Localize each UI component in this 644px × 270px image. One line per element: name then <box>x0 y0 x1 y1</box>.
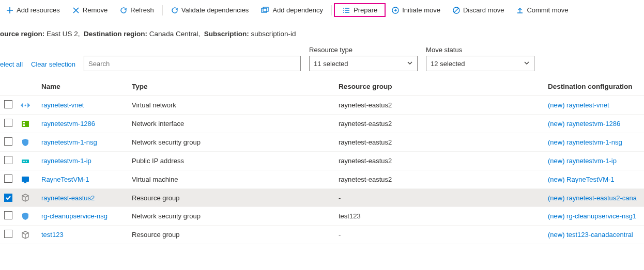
resource-type: Network security group <box>128 207 334 226</box>
refresh-icon <box>120 7 127 14</box>
col-name[interactable]: Name <box>37 77 128 96</box>
table-row[interactable]: raynetest-eastus2Resource group-(new) ra… <box>0 189 644 207</box>
resource-type-value: 11 selected <box>314 60 348 68</box>
resource-name-link[interactable]: raynetestvm-1-ip <box>41 157 91 165</box>
refresh-button[interactable]: Refresh <box>114 3 160 17</box>
svg-rect-0 <box>262 8 267 12</box>
svg-rect-12 <box>22 177 29 182</box>
subscription-label: Subscription: <box>204 30 249 38</box>
resource-name-link[interactable]: test123 <box>41 231 64 239</box>
resource-type: Virtual machine <box>128 170 334 189</box>
chevron-down-icon <box>407 60 413 68</box>
table-row[interactable]: rg-cleanupservice-nsgNetwork security gr… <box>0 207 644 226</box>
destination-config-link[interactable]: (new) rg-cleanupservice-nsg1 <box>548 212 636 220</box>
table-row[interactable]: raynetestvm-1-ipPublic IP addressraynete… <box>0 152 644 170</box>
discard-label: Discard move <box>463 6 504 14</box>
row-checkbox[interactable] <box>4 137 12 146</box>
subscription-value: subscription-id <box>251 30 296 38</box>
source-region-value: East US 2, <box>47 30 80 38</box>
svg-rect-5 <box>22 121 29 127</box>
ip-icon <box>21 156 30 166</box>
resource-group: raynetest-eastus2 <box>334 133 544 152</box>
col-resource-group[interactable]: Resource group <box>334 77 544 96</box>
remove-button[interactable]: Remove <box>66 3 114 17</box>
svg-point-10 <box>24 161 25 162</box>
row-checkbox[interactable] <box>4 119 12 127</box>
row-checkbox[interactable] <box>4 174 12 183</box>
select-all-link[interactable]: elect all <box>0 60 23 71</box>
source-region-label: ource region: <box>0 30 44 38</box>
refresh-label: Refresh <box>130 6 154 14</box>
nic-icon <box>21 119 30 129</box>
upload-icon <box>516 7 524 14</box>
svg-rect-1 <box>263 7 268 11</box>
resource-name-link[interactable]: RayneTestVM-1 <box>41 176 89 183</box>
table-row[interactable]: RayneTestVM-1Virtual machineraynetest-ea… <box>0 170 644 189</box>
table-row[interactable]: raynetestvm-1286Network interfaceraynete… <box>0 115 644 133</box>
move-status-label: Move status <box>426 46 534 54</box>
row-checkbox[interactable] <box>4 230 12 238</box>
region-info: ource region: East US 2, Destination reg… <box>0 21 644 43</box>
resource-group: - <box>334 226 544 244</box>
resource-name-link[interactable]: raynetestvm-1-nsg <box>41 138 97 146</box>
resource-name-link[interactable]: raynetestvm-1286 <box>41 120 95 128</box>
row-checkbox[interactable] <box>4 100 12 108</box>
plus-icon <box>6 7 13 14</box>
block-icon <box>453 7 460 14</box>
prepare-button[interactable]: Prepare <box>334 3 386 17</box>
svg-rect-13 <box>24 182 26 183</box>
resource-type-label: Resource type <box>309 46 418 54</box>
resource-type: Resource group <box>128 226 334 244</box>
dest-region-value: Canada Central, <box>149 30 200 38</box>
nsg-icon <box>21 212 30 221</box>
add-dependency-label: Add dependency <box>272 6 323 14</box>
clear-selection-link[interactable]: Clear selection <box>31 60 75 71</box>
table-row[interactable]: raynetest-vnetVirtual networkraynetest-e… <box>0 96 644 115</box>
destination-config-link[interactable]: (new) raynetestvm-1-ip <box>548 157 617 165</box>
svg-point-9 <box>23 161 24 162</box>
svg-point-11 <box>26 161 27 162</box>
toolbar-separator <box>331 5 332 15</box>
resource-name-link[interactable]: rg-cleanupservice-nsg <box>41 212 108 220</box>
resource-name-link[interactable]: raynetest-vnet <box>41 101 84 109</box>
toolbar-separator <box>162 5 163 15</box>
resource-group: raynetest-eastus2 <box>334 115 544 133</box>
col-type[interactable]: Type <box>128 77 334 96</box>
destination-config-link[interactable]: (new) test123-canadacentral <box>548 231 633 239</box>
destination-config-link[interactable]: (new) raynetestvm-1-nsg <box>548 138 622 146</box>
arrow-right-circle-icon <box>392 7 399 14</box>
destination-config-link[interactable]: (new) RayneTestVM-1 <box>548 176 615 183</box>
dest-region-label: Destination region: <box>84 30 147 38</box>
x-icon <box>72 7 80 14</box>
search-input[interactable] <box>84 56 301 71</box>
row-checkbox[interactable] <box>4 194 12 202</box>
validate-button[interactable]: Validate dependencies <box>165 3 255 17</box>
resource-name-link[interactable]: raynetest-eastus2 <box>41 194 95 202</box>
resource-group: raynetest-eastus2 <box>334 96 544 115</box>
validate-label: Validate dependencies <box>181 6 249 14</box>
col-destination[interactable]: Destination configuration <box>544 77 644 96</box>
initiate-label: Initiate move <box>402 6 440 14</box>
destination-config-link[interactable]: (new) raynetest-eastus2-cana <box>548 194 637 202</box>
table-row[interactable]: raynetestvm-1-nsgNetwork security groupr… <box>0 133 644 152</box>
vnet-icon <box>21 101 30 110</box>
chevron-down-icon <box>524 60 530 68</box>
discard-button[interactable]: Discard move <box>447 3 510 17</box>
row-checkbox[interactable] <box>4 156 12 164</box>
resource-type: Virtual network <box>128 96 334 115</box>
rg-icon <box>21 230 30 240</box>
resource-type-select[interactable]: 11 selected <box>309 56 418 71</box>
controls-row: elect all Clear selection Resource type … <box>0 43 644 75</box>
commit-button[interactable]: Commit move <box>510 3 574 17</box>
table-row[interactable]: test123Resource group-(new) test123-cana… <box>0 226 644 244</box>
initiate-button[interactable]: Initiate move <box>386 3 447 17</box>
add-resources-button[interactable]: Add resources <box>0 3 66 17</box>
move-status-select[interactable]: 12 selected <box>426 56 534 71</box>
resource-type: Resource group <box>128 189 334 207</box>
row-checkbox[interactable] <box>4 211 12 219</box>
svg-rect-7 <box>23 124 25 126</box>
add-dependency-button[interactable]: Add dependency <box>255 3 329 17</box>
destination-config-link[interactable]: (new) raynetest-vnet <box>548 101 609 109</box>
prepare-label: Prepare <box>354 6 377 14</box>
destination-config-link[interactable]: (new) raynetestvm-1286 <box>548 120 620 128</box>
